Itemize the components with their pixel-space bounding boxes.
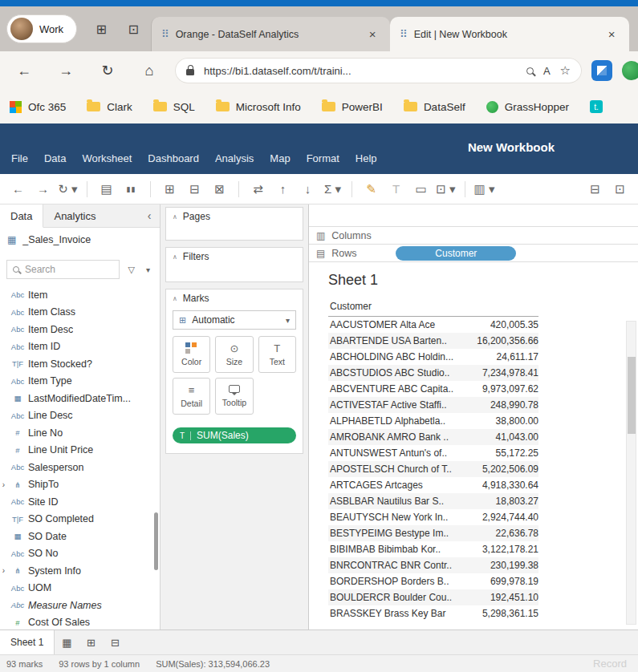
table-row[interactable]: ABCSTUDIOS ABC Studio.. 7,234,978.41: [328, 365, 538, 381]
table-scrollbar-thumb[interactable]: [628, 357, 636, 434]
field-item[interactable]: Abc Site ID: [0, 493, 160, 511]
table-row[interactable]: AACUSTOMER Alta Ace 420,005.35: [328, 317, 538, 333]
menu-item[interactable]: Dashboard: [140, 149, 207, 168]
field-item[interactable]: # Cost Of Sales: [0, 614, 160, 630]
sort-descending-icon[interactable]: ↓: [296, 178, 319, 200]
browser-tab-edit-new-workbook[interactable]: ⠿ Edit | New Workbook ×: [390, 17, 629, 51]
back-icon[interactable]: ←: [6, 178, 30, 200]
color-button[interactable]: Color: [173, 336, 210, 373]
field-item[interactable]: Abc UOM: [0, 580, 160, 597]
bookmark-item[interactable]: Microsoft Info: [216, 101, 301, 113]
record-overlay[interactable]: Record: [593, 658, 627, 670]
read-aloud-icon[interactable]: A: [543, 65, 551, 77]
totals-icon[interactable]: Σ ▾: [321, 178, 344, 200]
favorite-star-icon[interactable]: ☆: [560, 63, 571, 78]
field-item[interactable]: # Line Unit Price: [0, 442, 160, 459]
highlight-icon[interactable]: ✎: [360, 178, 383, 200]
browser-profile-button[interactable]: Work: [6, 14, 77, 43]
collapse-card-icon[interactable]: ∧: [173, 253, 177, 261]
menu-item[interactable]: File: [3, 149, 36, 168]
table-row[interactable]: APOSTELSCH Church of T.. 5,202,506.09: [328, 461, 538, 477]
pages-card[interactable]: ∧ Pages: [165, 207, 303, 241]
search-input[interactable]: Search: [6, 260, 120, 279]
columns-shelf[interactable]: ▥ Columns: [309, 227, 638, 245]
expand-chevron-icon[interactable]: ›: [0, 480, 7, 489]
sum-sales-pill[interactable]: T SUM(Sales): [173, 427, 296, 443]
tab-analytics[interactable]: Analytics: [43, 204, 106, 227]
field-item[interactable]: Abc Item ID: [0, 338, 160, 356]
bookmark-item[interactable]: t.: [590, 100, 609, 113]
table-row[interactable]: BEAUTYSCH New York In.. 2,924,744.40: [328, 509, 538, 525]
field-item[interactable]: Abc Salesperson: [0, 459, 160, 476]
show-hide-cards-icon[interactable]: ⊡: [608, 178, 632, 200]
menu-item[interactable]: Analysis: [207, 149, 262, 168]
filter-edit-icon[interactable]: ▽: [128, 265, 135, 275]
menu-item[interactable]: Map: [262, 149, 298, 168]
new-data-source-icon[interactable]: ▤: [95, 178, 118, 200]
size-button[interactable]: ⊙ Size: [215, 336, 253, 373]
table-row[interactable]: ABCVENTURE ABC Capita.. 9,973,097.62: [328, 381, 538, 397]
collapse-pane-icon[interactable]: ‹: [139, 204, 160, 227]
mark-type-dropdown[interactable]: ⊞ Automatic ▾: [173, 310, 296, 330]
menu-item[interactable]: Data: [36, 149, 74, 168]
tab-data[interactable]: Data: [0, 204, 43, 228]
field-item[interactable]: ▦ LastModifiedDateTim...: [0, 390, 160, 407]
bookmark-item[interactable]: PowerBI: [322, 101, 383, 113]
bookmark-item[interactable]: Ofc 365: [10, 101, 66, 113]
replay-icon[interactable]: ↻ ▾: [56, 178, 79, 200]
forward-icon[interactable]: →: [50, 56, 82, 85]
menu-item[interactable]: Help: [347, 149, 385, 168]
table-row[interactable]: BIBIMBAB Bibimbab Kor.. 3,122,178.21: [328, 541, 538, 557]
vertical-tabs-icon[interactable]: ⊡: [119, 15, 148, 43]
column-header-customer[interactable]: Customer: [328, 298, 538, 317]
extension-icon[interactable]: [591, 60, 612, 81]
expand-chevron-icon[interactable]: ›: [0, 566, 7, 575]
bookmark-item[interactable]: Clark: [87, 101, 132, 113]
field-item[interactable]: Abc SO No: [0, 545, 160, 563]
fit-icon[interactable]: ⊡ ▾: [434, 178, 457, 200]
table-row[interactable]: ABCHOLDING ABC Holdin... 24,611.17: [328, 349, 538, 365]
close-tab-icon[interactable]: ×: [364, 26, 380, 43]
clear-sheet-icon[interactable]: ⊠: [208, 178, 231, 200]
table-row[interactable]: BORDERSHOP Borders B.. 699,978.19: [328, 573, 538, 589]
rows-shelf[interactable]: ▤ Rows Customer: [309, 245, 638, 262]
table-row[interactable]: ANTUNSWEST Antun's of.. 55,172.25: [328, 445, 538, 461]
close-tab-icon[interactable]: ×: [603, 26, 620, 43]
fields-scrollbar-thumb[interactable]: [154, 512, 158, 570]
bookmark-item[interactable]: GrassHopper: [486, 101, 569, 113]
table-scrollbar[interactable]: [626, 321, 636, 625]
new-worksheet-icon[interactable]: ▦: [55, 630, 79, 654]
pause-auto-updates-icon[interactable]: ▮▮: [120, 178, 143, 200]
table-row[interactable]: BESTYPEIMG Bestype Im.. 22,636.78: [328, 525, 538, 541]
field-item[interactable]: Abc Item Desc: [0, 321, 160, 338]
field-item[interactable]: › ⋔ ShipTo: [0, 476, 160, 494]
workspaces-icon[interactable]: ⊞: [87, 15, 116, 43]
table-row[interactable]: BRASSKEY Brass Key Bar 5,298,361.15: [328, 605, 538, 621]
refresh-icon[interactable]: ↻: [91, 56, 124, 85]
table-row[interactable]: ACTIVESTAF Active Staffi.. 248,990.78: [328, 397, 538, 413]
bookmark-item[interactable]: DataSelf: [404, 101, 465, 113]
field-item[interactable]: Abc Measure Names: [0, 597, 160, 614]
field-item[interactable]: ▦ SO Date: [0, 528, 160, 545]
presentation-mode-icon[interactable]: ⊟: [583, 178, 607, 200]
table-row[interactable]: AMROBANK AMRO Bank .. 41,043.00: [328, 429, 538, 445]
swap-rows-columns-icon[interactable]: ⇄: [246, 178, 270, 200]
table-row[interactable]: ALPHABETLD Alphabetla.. 38,800.00: [328, 413, 538, 429]
field-item[interactable]: T|F Item Stocked?: [0, 355, 160, 373]
table-row[interactable]: BOULDERCR Boulder Cou.. 192,451.10: [328, 589, 538, 605]
duplicate-sheet-icon[interactable]: ⊟: [183, 178, 206, 200]
table-row[interactable]: ABARTENDE USA Barten.. 16,200,356.66: [328, 333, 538, 349]
collapse-card-icon[interactable]: ∧: [173, 295, 177, 302]
fit-dropdown-icon[interactable]: ▥ ▾: [473, 178, 496, 200]
new-dashboard-icon[interactable]: ⊞: [79, 630, 103, 654]
customer-pill[interactable]: Customer: [396, 246, 516, 261]
filters-card[interactable]: ∧ Filters: [165, 247, 303, 282]
table-row[interactable]: ASBLBAR Nautilus Bar S.. 18,803.27: [328, 493, 538, 509]
field-item[interactable]: Abc Item Type: [0, 373, 160, 391]
field-item[interactable]: Abc Item Class: [0, 304, 160, 322]
field-item[interactable]: T|F SO Completed: [0, 511, 160, 528]
data-source-item[interactable]: ▦ _Sales_Invoice: [0, 228, 160, 252]
menu-item[interactable]: Worksheet: [74, 149, 140, 168]
show-mark-labels-icon[interactable]: T: [384, 178, 408, 200]
pane-menu-caret-icon[interactable]: ▾: [146, 265, 150, 274]
